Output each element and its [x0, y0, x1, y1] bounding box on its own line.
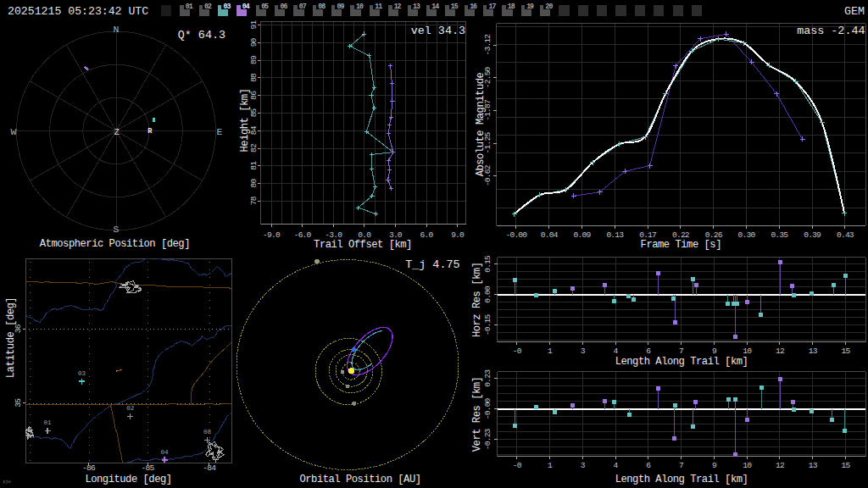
svg-text:07: 07 — [299, 3, 307, 10]
svg-text:Length Along Trail [km]: Length Along Trail [km] — [615, 474, 748, 485]
svg-text:-0: -0 — [513, 461, 522, 470]
svg-text:7: 7 — [679, 461, 683, 470]
svg-text:0.35: 0.35 — [771, 230, 788, 240]
svg-text:15: 15 — [842, 347, 851, 356]
svg-text:Z: Z — [114, 128, 120, 137]
svg-text:6.0: 6.0 — [420, 230, 434, 240]
svg-text:0.43: 0.43 — [837, 230, 854, 240]
svg-text:12: 12 — [776, 461, 785, 470]
svg-text:-0.00: -0.00 — [483, 397, 492, 419]
svg-text:12: 12 — [776, 347, 785, 356]
svg-text:-0.15: -0.15 — [483, 313, 492, 336]
svg-text:13: 13 — [809, 461, 818, 470]
svg-text:Height [km]: Height [km] — [239, 89, 251, 152]
svg-text:Q* 64.3: Q* 64.3 — [178, 29, 225, 42]
svg-text:09: 09 — [337, 3, 345, 10]
svg-text:Absolute Magnitude: Absolute Magnitude — [475, 72, 487, 176]
svg-text:85: 85 — [249, 108, 259, 117]
svg-text:-6.0: -6.0 — [294, 230, 312, 240]
svg-text:91: 91 — [249, 20, 259, 30]
svg-text:15: 15 — [842, 461, 851, 470]
svg-text:0.30: 0.30 — [738, 230, 756, 240]
svg-text:05: 05 — [261, 3, 269, 10]
svg-text:03: 03 — [78, 370, 86, 377]
svg-text:12: 12 — [394, 3, 402, 10]
svg-text:0.23: 0.23 — [483, 369, 492, 387]
svg-text:03: 03 — [223, 3, 231, 10]
svg-text:10: 10 — [743, 347, 752, 356]
svg-text:9.0: 9.0 — [451, 230, 465, 240]
svg-text:78: 78 — [249, 196, 259, 205]
svg-text:-0.00: -0.00 — [506, 230, 528, 240]
svg-text:06: 06 — [281, 3, 288, 10]
svg-text:Trail Offset [km]: Trail Offset [km] — [314, 239, 412, 251]
svg-text:10: 10 — [356, 3, 364, 10]
svg-text:T_j 4.75: T_j 4.75 — [405, 258, 459, 271]
svg-text:Length Along Trail [km]: Length Along Trail [km] — [615, 356, 748, 368]
svg-text:-0.23: -0.23 — [483, 428, 492, 450]
svg-text:E: E — [217, 126, 223, 137]
svg-text:84: 84 — [249, 125, 259, 135]
svg-text:0.04: 0.04 — [541, 230, 559, 240]
svg-text:81: 81 — [249, 161, 259, 170]
svg-text:17: 17 — [488, 3, 496, 10]
svg-text:80: 80 — [249, 179, 259, 188]
svg-text:GEM: GEM — [844, 5, 865, 18]
svg-text:01: 01 — [186, 3, 193, 10]
svg-text:Atmospheric Position [deg]: Atmospheric Position [deg] — [40, 238, 190, 250]
svg-text:0.09: 0.09 — [574, 230, 592, 240]
svg-text:-85: -85 — [142, 463, 155, 473]
svg-text:88: 88 — [249, 73, 259, 82]
svg-text:18: 18 — [508, 3, 515, 10]
svg-text:08: 08 — [318, 3, 326, 10]
svg-text:82: 82 — [249, 143, 259, 152]
svg-text:0.13: 0.13 — [606, 230, 624, 240]
svg-text:-86: -86 — [82, 463, 96, 473]
svg-text:08: 08 — [203, 429, 211, 435]
svg-text:89: 89 — [249, 55, 259, 64]
svg-text:Orbital Position [AU]: Orbital Position [AU] — [299, 474, 420, 485]
svg-text:20: 20 — [546, 3, 554, 10]
svg-text:7: 7 — [679, 347, 683, 356]
svg-text:04: 04 — [161, 449, 170, 456]
svg-text:0.15: 0.15 — [483, 255, 492, 273]
svg-text:11: 11 — [375, 3, 382, 10]
svg-text:86: 86 — [249, 91, 259, 100]
svg-text:35: 35 — [14, 398, 24, 408]
svg-text:16: 16 — [470, 3, 477, 10]
svg-text:S: S — [114, 224, 120, 235]
svg-text:04: 04 — [242, 3, 250, 10]
svg-text:02: 02 — [204, 3, 212, 10]
svg-text:-9.0: -9.0 — [263, 230, 281, 240]
svg-text:10: 10 — [743, 461, 752, 470]
svg-text:Frame Time [s]: Frame Time [s] — [641, 239, 721, 251]
svg-text:R: R — [147, 127, 153, 136]
svg-text:pjw: pjw — [3, 480, 11, 485]
svg-text:vel 34.3: vel 34.3 — [411, 25, 465, 37]
svg-text:-84: -84 — [203, 463, 216, 473]
svg-text:20251215 05:23:42 UTC: 20251215 05:23:42 UTC — [8, 5, 148, 18]
svg-text:13: 13 — [809, 347, 818, 356]
svg-text:90: 90 — [249, 37, 259, 47]
svg-text:15: 15 — [451, 3, 459, 10]
svg-text:W: W — [11, 126, 17, 137]
svg-text:Vert Res [km]: Vert Res [km] — [471, 377, 483, 452]
svg-text:Latitude [deg]: Latitude [deg] — [5, 297, 17, 378]
svg-text:N: N — [114, 24, 120, 35]
svg-text:19: 19 — [526, 3, 534, 10]
svg-text:Longitude [deg]: Longitude [deg] — [85, 474, 171, 485]
svg-text:0.00: 0.00 — [483, 286, 492, 303]
svg-text:-0: -0 — [513, 347, 522, 356]
svg-text:mass -2.44: mass -2.44 — [797, 25, 865, 37]
svg-text:13: 13 — [413, 3, 420, 10]
svg-text:14: 14 — [431, 3, 439, 10]
svg-text:-3.12: -3.12 — [483, 34, 492, 56]
svg-text:01: 01 — [44, 419, 53, 426]
svg-text:0.39: 0.39 — [804, 230, 821, 240]
svg-text:Horz Res [km]: Horz Res [km] — [471, 263, 483, 338]
svg-text:02: 02 — [126, 405, 134, 412]
